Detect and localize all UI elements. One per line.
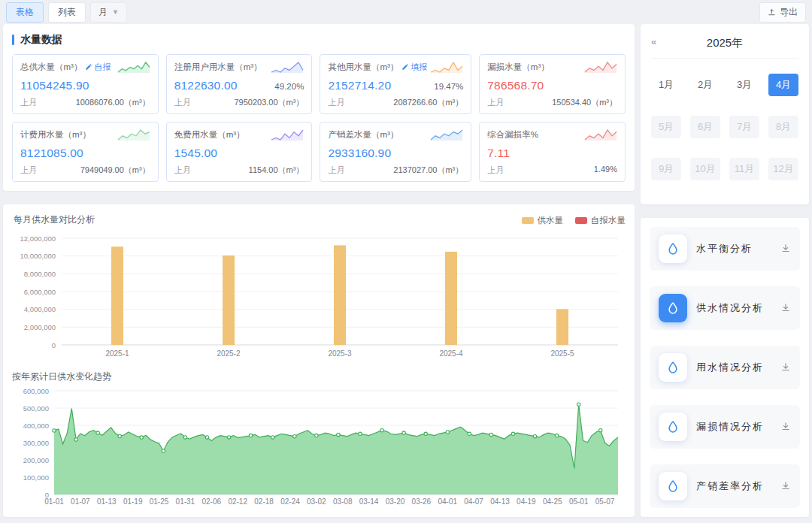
- stat-card-value: 11054245.90: [20, 79, 89, 92]
- svg-text:10,000,000: 10,000,000: [20, 252, 56, 260]
- report-item[interactable]: 产销差率分析: [650, 464, 800, 508]
- report-label: 供水情况分析: [696, 301, 764, 315]
- stat-card-value: 786568.70: [487, 79, 544, 92]
- svg-text:8,000,000: 8,000,000: [24, 270, 56, 278]
- sparkline: [430, 60, 463, 74]
- svg-text:4,000,000: 4,000,000: [24, 305, 56, 313]
- svg-text:300,000: 300,000: [23, 439, 49, 447]
- svg-text:200,000: 200,000: [23, 456, 49, 464]
- stat-card: 注册用户用水量（m³） 8122630.00 49.20% 上月 7950203…: [166, 54, 313, 114]
- stat-card: 其他用水量（m³） 填报 2152714.20 19.47% 上月 208726…: [320, 54, 471, 114]
- tab-list[interactable]: 列表: [48, 2, 86, 23]
- report-label: 漏损情况分析: [696, 420, 764, 434]
- prev-month-value: 7949049.00（m³）: [80, 165, 150, 176]
- download-icon[interactable]: [780, 243, 791, 254]
- stat-card-title: 产销差水量（m³）: [328, 129, 398, 141]
- water-drop-icon: [659, 294, 687, 322]
- svg-text:04-01: 04-01: [438, 497, 458, 506]
- water-drop-icon: [659, 472, 687, 500]
- legend-item[interactable]: 自报水量: [575, 215, 626, 226]
- stat-card-percent: 19.47%: [434, 82, 463, 91]
- svg-text:600,000: 600,000: [23, 387, 49, 395]
- sparkline: [271, 60, 304, 74]
- download-icon[interactable]: [780, 303, 791, 313]
- download-icon[interactable]: [780, 362, 791, 373]
- water-drop-icon: [659, 413, 687, 441]
- report-item[interactable]: 漏损情况分析: [650, 405, 800, 449]
- charts-panel: 每月供水量对比分析 供水量自报水量 02,000,0004,000,0006,0…: [3, 204, 635, 517]
- svg-text:2025-2: 2025-2: [217, 349, 241, 358]
- prev-month-label: 上月: [487, 97, 504, 108]
- svg-text:03-14: 03-14: [359, 497, 379, 506]
- svg-text:01-25: 01-25: [150, 497, 169, 506]
- legend-label: 供水量: [538, 215, 564, 226]
- chart-legend: 供水量自报水量: [522, 215, 626, 226]
- svg-text:01-07: 01-07: [71, 497, 90, 506]
- prev-month-value: 1154.00（m³）: [249, 165, 304, 176]
- report-list: 水平衡分析 供水情况分析 用水情况分析 漏损情况分析 产销差率分析: [641, 218, 809, 517]
- svg-text:04-19: 04-19: [517, 497, 536, 506]
- title-accent-bar: [12, 35, 14, 45]
- report-label: 用水情况分析: [696, 361, 764, 374]
- prev-month-value: 2137027.00（m³）: [393, 165, 463, 176]
- svg-text:01-01: 01-01: [44, 497, 64, 506]
- water-drop-icon: [659, 353, 687, 382]
- report-entry-link[interactable]: 自报: [85, 62, 111, 73]
- legend-item[interactable]: 供水量: [522, 215, 564, 226]
- export-label: 导出: [780, 6, 798, 19]
- prev-month-label: 上月: [328, 165, 344, 176]
- tab-table[interactable]: 表格: [6, 2, 44, 23]
- calendar-month-12月: 12月: [768, 158, 798, 180]
- legend-label: 自报水量: [591, 215, 626, 226]
- svg-text:05-07: 05-07: [595, 497, 615, 506]
- svg-text:03-08: 03-08: [333, 497, 353, 506]
- calendar-month-1月[interactable]: 1月: [651, 74, 681, 96]
- prev-month-label: 上月: [487, 165, 504, 176]
- report-item[interactable]: 用水情况分析: [650, 346, 800, 389]
- svg-text:03-02: 03-02: [307, 497, 326, 506]
- calendar-month-11月: 11月: [729, 158, 759, 180]
- prev-month-value: 2087266.60（m³）: [393, 97, 463, 108]
- svg-text:100,000: 100,000: [23, 473, 49, 482]
- calendar-month-6月: 6月: [690, 116, 720, 138]
- calendar-month-8月: 8月: [768, 116, 798, 138]
- prev-month-value: 7950203.00（m³）: [234, 97, 304, 108]
- download-icon[interactable]: [780, 422, 791, 432]
- view-tabs: 表格列表: [6, 2, 86, 23]
- report-label: 产销差率分析: [696, 479, 764, 493]
- svg-text:02-12: 02-12: [228, 497, 247, 506]
- calendar-month-7月: 7月: [729, 116, 759, 138]
- sparkline: [117, 60, 150, 74]
- page-title: 水量数据: [20, 33, 62, 47]
- calendar-month-5月: 5月: [651, 116, 681, 138]
- svg-text:2025-3: 2025-3: [328, 349, 352, 358]
- report-entry-link[interactable]: 填报: [401, 62, 427, 73]
- stat-card-title: 其他用水量（m³）: [328, 62, 398, 73]
- calendar-month-3月[interactable]: 3月: [729, 74, 759, 96]
- section-title: 水量数据: [3, 24, 635, 54]
- calendar-prev-button[interactable]: «: [651, 36, 656, 47]
- export-button[interactable]: 导出: [759, 2, 806, 23]
- period-select[interactable]: 月 ▼: [90, 2, 127, 23]
- svg-text:500,000: 500,000: [23, 404, 49, 413]
- svg-text:04-25: 04-25: [543, 497, 562, 506]
- export-icon: [768, 8, 776, 17]
- sparkline: [271, 128, 304, 141]
- report-item[interactable]: 水平衡分析: [650, 227, 800, 271]
- svg-text:2025-1: 2025-1: [105, 349, 129, 358]
- prev-month-label: 上月: [20, 165, 37, 176]
- prev-month-label: 上月: [20, 97, 37, 108]
- stats-panel: 水量数据 总供水量（m³） 自报 11054245.90 上月 10086076…: [3, 24, 635, 191]
- stat-card: 总供水量（m³） 自报 11054245.90 上月 10086076.00（m…: [12, 54, 159, 114]
- svg-text:400,000: 400,000: [23, 422, 49, 430]
- calendar-month-2月[interactable]: 2月: [690, 74, 720, 96]
- calendar-panel: « 2025年 1月2月3月4月5月6月7月8月9月10月11月12月: [641, 24, 809, 204]
- stat-card: 免费用水量（m³） 1545.00 上月 1154.00（m³）: [166, 122, 313, 182]
- svg-text:02-24: 02-24: [280, 497, 300, 506]
- report-item[interactable]: 供水情况分析: [650, 286, 800, 330]
- download-icon[interactable]: [780, 481, 791, 491]
- legend-swatch: [575, 217, 587, 224]
- calendar-month-4月[interactable]: 4月: [768, 74, 798, 96]
- bar-chart-title: 每月供水量对比分析: [12, 212, 96, 229]
- stat-card: 产销差水量（m³） 2933160.90 上月 2137027.00（m³）: [320, 122, 471, 182]
